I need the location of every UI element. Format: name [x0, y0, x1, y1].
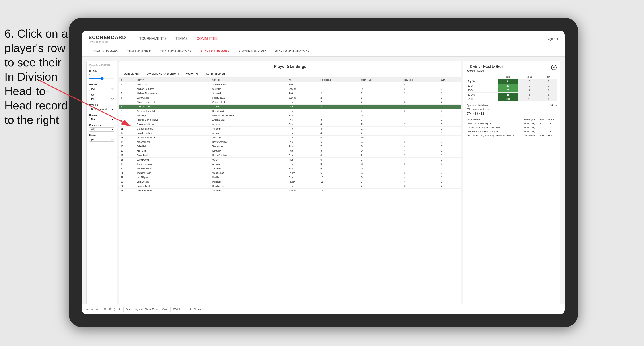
- cell-school: Vanderbilt: [211, 167, 287, 171]
- table-row[interactable]: 21 Taehoon Song Washington Fourth 6 23 8…: [119, 171, 461, 175]
- nav-links: TOURNAMENTS TEAMS COMMITTEE: [139, 36, 547, 42]
- save-custom-view-button[interactable]: Save Custom View: [145, 308, 168, 311]
- tab-player-summary[interactable]: PLAYER SUMMARY: [196, 47, 234, 56]
- cell-no-rds: 8: [403, 171, 440, 175]
- main-content: Update time: 27/03/2024 16:56:26 No Rds.…: [82, 57, 565, 309]
- table-row[interactable]: 18 Luke Powell UCLA First 6 24 8 1: [119, 158, 461, 162]
- nav-link-teams[interactable]: TEAMS: [176, 36, 188, 42]
- table-row[interactable]: 19 Tiger Christensen Arizona Third 8 23 …: [119, 162, 461, 167]
- cell-win: 1: [440, 136, 461, 140]
- tab-team-summary[interactable]: TEAM SUMMARY: [88, 47, 123, 56]
- cell-no-rds: 7: [403, 113, 440, 118]
- cell-player: Luke Powell: [136, 158, 211, 162]
- cell-player: Ian Gilligan: [136, 175, 211, 180]
- table-row[interactable]: 6 Jackson Koivun Auburn First 3 22 8 1: [119, 105, 461, 109]
- tab-player-h2h-heatmap[interactable]: PLAYER H2H HEATMAP: [270, 47, 314, 56]
- bottom-toolbar: ↩ ↪ ⟳ ⊞ ⊟ ◎ ⊕ View: Original Save Custom…: [82, 304, 565, 314]
- table-row[interactable]: 16 Alex Goff Kentucky Fifth 8 19 8 0: [119, 149, 461, 153]
- division-select[interactable]: NCAA Division I: [89, 107, 114, 111]
- table-row[interactable]: 17 David Ford North Carolina Third 8 21 …: [119, 153, 461, 158]
- cell-conf-rank: 24: [360, 175, 403, 180]
- col-school: School: [211, 78, 287, 82]
- grid-button[interactable]: ⊕: [118, 308, 121, 311]
- cell-school: Georgia Tech: [211, 100, 287, 105]
- table-row[interactable]: 12 Brendan Valles Auburn Third 4 27 7 0: [119, 131, 461, 136]
- region-filter: Region N/A: [89, 114, 114, 121]
- sub-nav: TEAM SUMMARY TEAM H2H GRID TEAM H2H HEAT…: [82, 47, 565, 57]
- table-row[interactable]: 5 Christo Lamprecht Georgia Tech Fourth …: [119, 100, 461, 105]
- tablet-frame: SCOREBOARD Powered by clippi TOURNAMENTS…: [69, 18, 578, 327]
- table-row[interactable]: 1 Wenyi Ding Arizona State First 1 1 6 1: [119, 82, 461, 87]
- conference-filter: Conference (All): [89, 124, 114, 132]
- h2h-col-range: [466, 75, 498, 79]
- table-row[interactable]: 3 Michael Thorbjornsen Stanford First 2 …: [119, 91, 461, 96]
- conference-select[interactable]: (All): [89, 127, 114, 132]
- download-button[interactable]: ↓: [185, 308, 187, 311]
- h2h-col-loss: Loss: [518, 75, 540, 79]
- table-row[interactable]: 9 Preston Summerhays Arizona State Third…: [119, 118, 461, 122]
- cell-win: 1: [440, 91, 461, 96]
- cell-reg-rank: 4: [319, 127, 360, 131]
- redo-button[interactable]: ↪: [91, 308, 94, 311]
- fit-button[interactable]: ◎: [114, 308, 116, 311]
- table-row[interactable]: 20 Matthew Riedel Vanderbilt Fifth 6 26 …: [119, 167, 461, 171]
- table-row[interactable]: 14 Maxwell Ford North Carolina Third 6 2…: [119, 140, 461, 144]
- tab-team-h2h-grid[interactable]: TEAM H2H GRID: [123, 47, 156, 56]
- table-scroll[interactable]: # Player School Yr Reg Rank Conf Rank No…: [119, 78, 461, 304]
- zoom-in-button[interactable]: ⊞: [104, 308, 106, 311]
- cell-yr: Fourth: [287, 109, 319, 113]
- close-button[interactable]: ✕: [551, 65, 556, 70]
- gender-filter: Gender Men Women: [89, 83, 114, 91]
- t-score: -17: [546, 130, 556, 134]
- col-conf-rank: Conf Rank: [360, 78, 403, 82]
- cell-win: 1: [440, 158, 461, 162]
- cell-player: Pichaikun Maichon: [136, 136, 211, 140]
- table-row[interactable]: 22 Ian Gilligan Florida Third 10 24 8 1: [119, 175, 461, 180]
- region-select[interactable]: N/A: [89, 117, 114, 121]
- table-row[interactable]: 10 Jacob Mou-Diesse Arkansas Fifth 4 25 …: [119, 122, 461, 127]
- t-col-type: Event Type: [522, 117, 539, 122]
- cell-school: Vanderbilt: [211, 188, 287, 193]
- no-rds-slider[interactable]: [89, 77, 114, 80]
- table-row[interactable]: 15 Jake Hall Tennessee Fifth 7 26 8 0: [119, 144, 461, 149]
- cell-conf-rank: 21: [360, 127, 403, 131]
- year-select[interactable]: (All): [89, 97, 114, 101]
- cell-win: 2: [440, 171, 461, 175]
- t-score: -7: [546, 126, 556, 130]
- table-row[interactable]: 2 Michael La Sasse Ole Miss Second 1 19 …: [119, 87, 461, 91]
- table-row[interactable]: 4 Luke Claton Florida State Second 2 9 7…: [119, 96, 461, 100]
- cell-yr: First: [287, 91, 319, 96]
- table-button[interactable]: ⊞: [189, 308, 192, 311]
- table-row[interactable]: 24 Bastien Amat New Mexico Fourth 1 27 8…: [119, 184, 461, 188]
- table-row[interactable]: 13 Pichaikun Maichon Texas A&M Third 6 3…: [119, 136, 461, 140]
- refresh-button[interactable]: ⟳: [96, 308, 98, 311]
- nav-link-committee[interactable]: COMMITTEE: [196, 36, 218, 42]
- tab-player-h2h-grid[interactable]: PLAYER H2H GRID: [234, 47, 270, 56]
- t-score: 18-1: [546, 134, 556, 138]
- table-row[interactable]: 23 Jack Lundin Missouri Fourth 11 24 8 1: [119, 180, 461, 184]
- cell-no-rds: 8: [403, 144, 440, 149]
- watch-button[interactable]: Watch ▾: [173, 308, 183, 311]
- h2h-win: 578: [498, 97, 518, 102]
- player-select[interactable]: (All): [89, 138, 114, 142]
- table-row[interactable]: 7 Nicholas Gabrelcik North Florida Fourt…: [119, 109, 461, 113]
- undo-button[interactable]: ↩: [86, 308, 88, 311]
- nav-link-tournaments[interactable]: TOURNAMENTS: [139, 36, 166, 42]
- gender-select[interactable]: Men Women: [89, 87, 114, 91]
- tab-team-h2h-heatmap[interactable]: TEAM H2H HEATMAP: [156, 47, 196, 56]
- table-row[interactable]: 25 Cole Sherwood Vanderbilt Second 12 23…: [119, 188, 461, 193]
- cell-no-rds: 8: [403, 162, 440, 167]
- cell-reg-rank: 1: [319, 184, 360, 188]
- table-row[interactable]: 8 Mats Ege East Tennessee State Fifth 1 …: [119, 113, 461, 118]
- share-button[interactable]: Share: [194, 308, 201, 311]
- zoom-out-button[interactable]: ⊟: [109, 308, 111, 311]
- cell-reg-rank: 6: [319, 171, 360, 175]
- sign-out-link[interactable]: Sign out: [547, 37, 558, 41]
- cell-rank: 13: [119, 136, 136, 140]
- col-rank: #: [119, 78, 136, 82]
- cell-school: Washington: [211, 171, 287, 175]
- table-row[interactable]: 11 Gordon Sargent Vanderbilt Third 4 21 …: [119, 127, 461, 131]
- t-type: Stroke Play: [522, 122, 539, 126]
- view-original-button[interactable]: View: Original: [126, 308, 142, 311]
- conference-label: Conference: [89, 124, 114, 127]
